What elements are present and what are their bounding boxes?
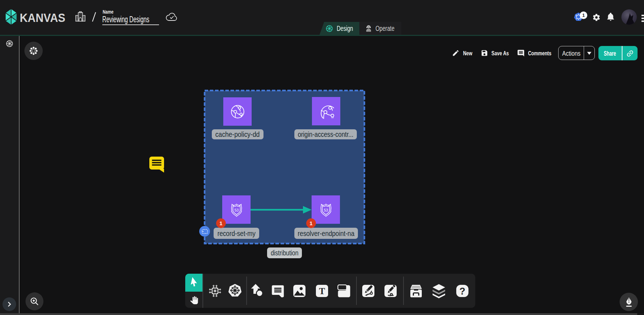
svg-text:53: 53 [234, 208, 239, 212]
svg-text:53: 53 [324, 208, 328, 212]
svg-text:T: T [319, 286, 325, 296]
svg-text:?: ? [459, 286, 466, 297]
